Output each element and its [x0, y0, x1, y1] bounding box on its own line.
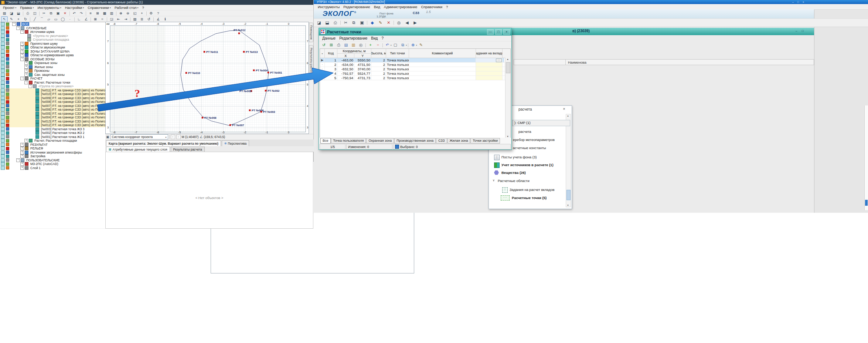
- zoom-next-icon[interactable]: ⇥: [122, 16, 129, 22]
- tree-expand-toggle[interactable]: +: [20, 50, 24, 53]
- cell-type[interactable]: Точка пользователя: [386, 76, 409, 80]
- layers-small-icon[interactable]: ▫: [176, 135, 181, 139]
- edit-icon[interactable]: ✎: [418, 42, 425, 48]
- cut-icon[interactable]: ✂: [41, 10, 47, 16]
- tree-expand-toggle[interactable]: +: [20, 53, 24, 57]
- tree-expand-toggle[interactable]: +: [20, 166, 24, 170]
- tree-expand-toggle[interactable]: +: [20, 154, 24, 158]
- tree-row[interactable]: Строительная площадка: [0, 38, 105, 42]
- tree-row[interactable]: [№009] Р.Т. на границе СЗЗ (авто) из Пол…: [0, 96, 105, 100]
- open-icon[interactable]: ◪: [315, 19, 323, 26]
- legend-icon[interactable]: ≣: [139, 16, 145, 22]
- tree-expand-toggle[interactable]: −: [12, 22, 16, 26]
- tree-expand-toggle[interactable]: −: [20, 77, 24, 80]
- tree-row[interactable]: +Источники загрязнения атмосферы: [0, 151, 105, 155]
- column-header-code[interactable]: Код: [325, 49, 337, 58]
- tree-row[interactable]: +Жилые зоны: [0, 65, 105, 69]
- helper-dock-tab[interactable]: Помощник: [309, 23, 313, 42]
- row-selector[interactable]: ·: [320, 76, 325, 80]
- paste-icon[interactable]: ▣: [358, 19, 366, 26]
- filter-tab-6[interactable]: Точки застройки: [470, 138, 500, 144]
- background-scrollbar[interactable]: [864, 105, 868, 210]
- cell-y[interactable]: 5524,77: [354, 71, 371, 75]
- map-point[interactable]: [243, 51, 245, 53]
- measure-icon[interactable]: ∡: [155, 16, 161, 22]
- column-header-y[interactable]: Y: [354, 54, 371, 58]
- move-icon[interactable]: ⌖: [15, 16, 22, 22]
- tree-expand-toggle[interactable]: +: [20, 147, 24, 150]
- table-scrollbar[interactable]: ▲ ▼: [505, 58, 510, 138]
- map-point[interactable]: [238, 33, 240, 34]
- draw-rect-icon[interactable]: ▭: [52, 16, 59, 22]
- scroll-up-icon[interactable]: ▲: [566, 115, 570, 117]
- map-point[interactable]: [261, 111, 262, 112]
- ruler-icon[interactable]: ∟: [76, 16, 82, 22]
- cell-tasks[interactable]: [476, 63, 503, 67]
- table-row[interactable]: ·5-750,944731,732Точка пользователя: [320, 76, 510, 80]
- tree-row[interactable]: [№004] Р.Т. на границе СЗЗ (авто) из Пол…: [0, 115, 105, 120]
- panel-item[interactable]: Задания на расчет вкладов: [510, 188, 554, 192]
- paste-icon[interactable]: ▣: [55, 10, 61, 16]
- cell-comment[interactable]: [409, 71, 476, 75]
- cell-type[interactable]: Точка пользователя: [386, 63, 409, 67]
- minimize-button[interactable]: —: [487, 29, 494, 35]
- refresh-icon[interactable]: ↺: [146, 16, 152, 22]
- add-row-icon[interactable]: +: [367, 42, 374, 48]
- tree-row[interactable]: +Сан. защитные зоны: [0, 73, 105, 77]
- map-point[interactable]: [229, 124, 231, 126]
- cell-tasks[interactable]: [476, 67, 503, 71]
- tree-row[interactable]: +Охранные зоны: [0, 61, 105, 65]
- window-title-bar[interactable]: УПРЗА «Эколог» 4.60.2 - [ROMANKOZHANOV] …: [314, 0, 868, 4]
- cell-code[interactable]: 5: [325, 76, 337, 80]
- new-project-icon[interactable]: ▤: [1, 10, 8, 16]
- cell-code[interactable]: 3: [325, 67, 337, 71]
- scrollbar-thumb[interactable]: [566, 190, 571, 200]
- tree-expand-toggle[interactable]: +: [20, 143, 24, 147]
- column-header-comment[interactable]: Комментарий: [409, 49, 476, 58]
- save-icon[interactable]: ⬓: [15, 10, 22, 16]
- filter-tab-5[interactable]: Жилая зона: [447, 138, 470, 144]
- cell-comment[interactable]: [409, 76, 476, 80]
- cell-height[interactable]: 2: [371, 76, 386, 80]
- tasks-ellipsis-button[interactable]: ···: [496, 58, 502, 62]
- print-icon[interactable]: ⎙: [335, 42, 342, 48]
- noise-menu-item-0[interactable]: Проект▾: [1, 6, 18, 10]
- cell-height[interactable]: 2: [371, 67, 386, 71]
- tree-row[interactable]: −<Группа по умолчанию>: [0, 84, 105, 88]
- close-button[interactable]: ×: [503, 29, 510, 35]
- panel-item[interactable]: Учет источников в расчете (1): [501, 163, 554, 167]
- close-icon[interactable]: ×: [562, 107, 566, 111]
- tree-row[interactable]: −РАСЧЕТ: [0, 77, 105, 81]
- draw-point-icon[interactable]: ∙: [67, 16, 73, 22]
- dialog-menu-item-0[interactable]: Данные: [320, 36, 337, 40]
- tree-expand-toggle[interactable]: −: [24, 81, 28, 84]
- panel-item[interactable]: Расчетные точки (5): [512, 196, 547, 200]
- export-list-icon[interactable]: ▥: [350, 42, 357, 48]
- back-icon[interactable]: ◀: [403, 19, 411, 26]
- tree-expand-toggle[interactable]: +: [24, 65, 28, 69]
- tree-row[interactable]: <Группа по умолчанию>: [0, 34, 105, 38]
- tree-row[interactable]: +Промзоны: [0, 69, 105, 73]
- table-row[interactable]: ▶1-463,005550,502Точка пользователя···: [320, 58, 510, 63]
- uprza-menu-item-4[interactable]: Справочники: [419, 5, 444, 9]
- tree-row[interactable]: +Застройка: [0, 154, 105, 158]
- edit-scale-icon[interactable]: ▫: [171, 135, 175, 139]
- tree-expand-toggle[interactable]: +: [20, 162, 24, 166]
- map-point[interactable]: [204, 51, 205, 53]
- tree-expand-toggle[interactable]: +: [20, 42, 24, 46]
- zoom-prev-icon[interactable]: ⇤: [115, 16, 122, 22]
- noise-menu-item-6[interactable]: ?: [140, 6, 146, 10]
- chevron-down-icon[interactable]: ▾: [406, 44, 407, 46]
- cell-code[interactable]: 2: [325, 63, 337, 67]
- cell-height[interactable]: 2: [371, 63, 386, 67]
- cell-x[interactable]: -463,00: [337, 58, 354, 62]
- tree-expand-toggle[interactable]: +: [24, 139, 28, 142]
- map-view[interactable]: -8-8-7-7-6-6-5-5-4-4-3-3-2-2-1-100117766…: [105, 22, 309, 134]
- undo-icon[interactable]: ↶: [384, 42, 391, 48]
- tab-perspective[interactable]: ⊕ Перспектива: [222, 140, 249, 146]
- tree-row[interactable]: [№002] Расчетная точка ЖЗ 2: [0, 131, 105, 135]
- new-source-icon[interactable]: ◆: [368, 19, 376, 26]
- select-cursor-icon[interactable]: ↖: [1, 16, 8, 22]
- print-icon[interactable]: ⎙: [24, 10, 31, 16]
- tree-row[interactable]: +Области звукоизоляции: [0, 46, 105, 50]
